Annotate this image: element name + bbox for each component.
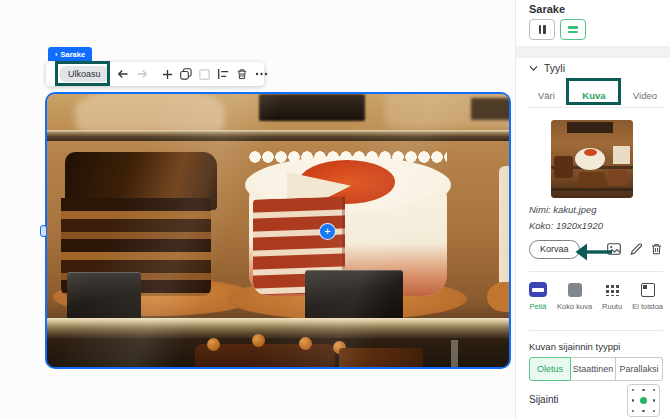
save-section-icon [199, 67, 210, 82]
photo-decor [613, 146, 630, 164]
duplicate-icon[interactable] [180, 67, 192, 82]
tab-vari[interactable]: Väri [534, 88, 559, 103]
layout-toggle-group [529, 19, 586, 40]
chevron-right-icon: › [55, 50, 58, 59]
position-dot[interactable] [632, 389, 635, 392]
annotation-box-ulkoasu [55, 61, 110, 86]
position-dot[interactable] [632, 410, 635, 413]
undo-arrow-icon[interactable] [117, 67, 129, 82]
image-size-label: Koko: 1920x1920 [529, 220, 603, 231]
position-dot[interactable] [642, 410, 645, 413]
annotation-box-kuva [566, 78, 621, 105]
style-section-label: Tyyli [544, 62, 565, 74]
plus-icon: + [324, 226, 330, 237]
position-dot-selected[interactable] [640, 397, 647, 404]
photo-decor [608, 170, 627, 186]
settings-panel: Sarake Tyyli Väri Kuva Video [515, 0, 670, 419]
option-staattinen[interactable]: Staattinen [571, 357, 616, 381]
editor-screen: › Sarake Ulkoasu [0, 0, 670, 419]
selection-tag-sarake[interactable]: › Sarake [48, 47, 92, 61]
fill-mode-label: Ruutu [602, 302, 622, 311]
option-parallaksi[interactable]: Parallaksi [616, 357, 663, 381]
add-element-icon[interactable] [162, 67, 173, 82]
divider [529, 271, 663, 272]
glass-reflection [47, 94, 509, 367]
section-separator [516, 46, 670, 58]
column-background-image[interactable] [45, 92, 511, 369]
photo-decor [584, 149, 597, 156]
rows-layout-icon [568, 26, 578, 33]
option-oletus[interactable]: Oletus [529, 357, 571, 381]
annotation-arrow-korvaa [572, 241, 614, 263]
panel-title: Sarake [529, 3, 565, 15]
position-type-group: Oletus Staattinen Parallaksi [529, 357, 663, 381]
more-options-icon[interactable] [255, 67, 268, 82]
full-image-icon [568, 283, 582, 297]
align-icon[interactable] [217, 67, 229, 82]
photo-decor [567, 122, 613, 133]
columns-layout-icon [543, 25, 546, 34]
position-dot[interactable] [642, 389, 645, 392]
pencil-icon[interactable] [630, 243, 642, 255]
photo-decor [579, 172, 605, 188]
columns-layout-icon [539, 25, 542, 34]
columns-layout-button[interactable] [529, 19, 555, 40]
trash-icon[interactable] [651, 243, 662, 255]
style-section-header[interactable]: Tyyli [529, 62, 565, 74]
fill-mode-label: Koko kuva [557, 302, 592, 311]
redo-arrow-icon[interactable] [136, 67, 148, 82]
image-name-label: Nimi: kakut.jpeg [529, 204, 597, 215]
position-dot[interactable] [653, 389, 656, 392]
fill-mode-koko-kuva[interactable]: Koko kuva [557, 281, 592, 311]
fill-mode-peita[interactable]: Peitä [529, 281, 547, 311]
fill-mode-ei-toistoa[interactable]: Ei toistoa [632, 281, 663, 311]
cover-icon [529, 282, 547, 297]
tab-video[interactable]: Video [629, 88, 661, 103]
tabs-divider [529, 107, 663, 108]
rows-layout-button[interactable] [560, 19, 586, 40]
position-type-label: Kuvan sijainnin tyyppi [529, 341, 620, 352]
resize-handle-left[interactable] [40, 225, 47, 237]
position-grid-selector[interactable] [627, 384, 660, 417]
chevron-down-icon [529, 65, 538, 72]
photo-decor [551, 188, 633, 191]
position-label: Sijainti [529, 394, 558, 405]
image-thumbnail[interactable] [551, 120, 633, 198]
position-dot[interactable] [653, 410, 656, 413]
trash-icon[interactable] [236, 67, 248, 82]
divider [529, 330, 663, 331]
photo-decor [554, 156, 573, 178]
fill-mode-ruutu[interactable]: Ruutu [602, 281, 622, 311]
fill-mode-label: Ei toistoa [632, 302, 663, 311]
fill-mode-group: Peitä Koko kuva Ruutu Ei toistoa [529, 281, 663, 311]
add-content-button[interactable]: + [319, 223, 336, 240]
image-action-icons [607, 243, 662, 255]
tile-icon [604, 283, 621, 296]
fill-mode-label: Peitä [529, 302, 546, 311]
position-dot[interactable] [653, 399, 656, 402]
selection-tag-label: Sarake [61, 50, 86, 59]
no-repeat-icon [641, 283, 655, 297]
position-dot[interactable] [632, 399, 635, 402]
